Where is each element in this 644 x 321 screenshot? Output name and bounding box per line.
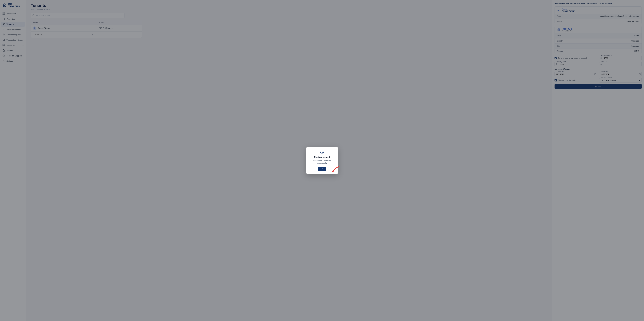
modal-message: Agreement submitted successfully: [309, 160, 335, 164]
check-circle-icon: [320, 151, 324, 155]
modal-title: Rent Agreement: [314, 156, 330, 158]
modal-overlay: Rent Agreement Agreement submitted succe…: [0, 0, 644, 321]
success-modal: Rent Agreement Agreement submitted succe…: [306, 147, 338, 174]
ok-button[interactable]: OK: [318, 167, 326, 171]
